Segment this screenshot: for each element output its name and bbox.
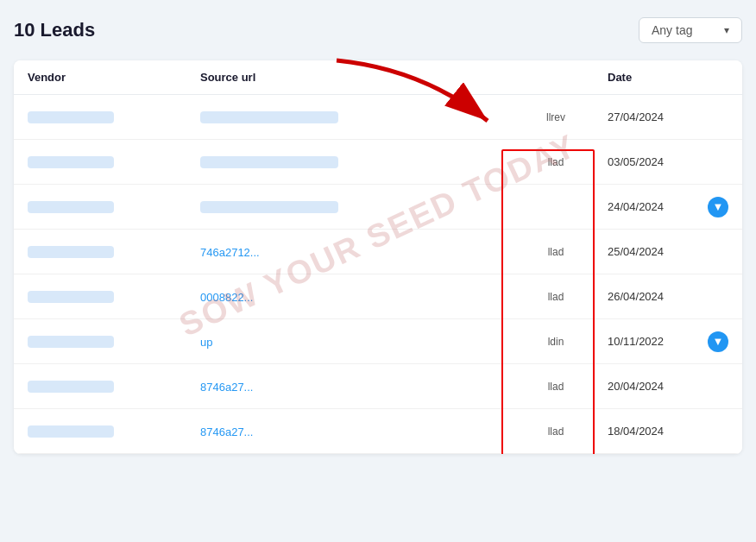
date-cell: 26/04/2024 <box>608 290 694 303</box>
date-cell: 10/11/2022 <box>608 335 694 348</box>
vendor-cell <box>28 201 200 213</box>
col-tag <box>504 71 608 84</box>
date-cell: 24/04/2024 <box>608 200 694 213</box>
url-cell[interactable]: 8746a27... <box>200 424 504 439</box>
expand-button[interactable]: ▼ <box>708 331 728 352</box>
url-cell[interactable]: 8746a27... <box>200 379 504 394</box>
vendor-cell <box>28 381 200 393</box>
source-url-link[interactable]: 0008822... <box>200 291 253 304</box>
date-cell: 03/05/2024 <box>608 155 694 168</box>
url-cell[interactable]: up <box>200 334 504 350</box>
col-actions <box>694 71 728 84</box>
url-cell <box>200 156 504 168</box>
tag-badge: llad <box>504 381 608 393</box>
vendor-cell <box>28 291 200 303</box>
action-cell[interactable]: ▼ <box>694 197 728 217</box>
table-header: Vendor Source url Date <box>14 60 742 95</box>
vendor-blurred <box>28 291 114 303</box>
url-cell[interactable]: 0008822... <box>200 289 504 305</box>
vendor-blurred <box>28 425 114 438</box>
table-row: 24/04/2024 ▼ <box>14 185 742 230</box>
table-row: llrev 27/04/2024 <box>14 95 742 140</box>
vendor-cell <box>28 336 200 348</box>
tag-badge: llad <box>504 291 608 303</box>
date-cell: 20/04/2024 <box>608 380 694 393</box>
vendor-blurred <box>28 156 114 168</box>
tag-badge: ldin <box>504 336 608 348</box>
page-wrapper: 10 Leads Any tag ▾ Vendor Source url Dat… <box>0 0 756 471</box>
col-date: Date <box>608 71 694 84</box>
expand-button[interactable]: ▼ <box>708 197 728 217</box>
url-cell[interactable]: 746a2712... <box>200 244 504 260</box>
tag-dropdown[interactable]: Any tag ▾ <box>639 17 742 43</box>
col-source-url: Source url <box>200 71 504 84</box>
source-url-link[interactable]: 8746a27... <box>200 381 253 394</box>
vendor-cell <box>28 246 200 258</box>
table-row: 746a2712... llad 25/04/2024 <box>14 230 742 274</box>
tag-badge: llad <box>504 425 608 438</box>
date-cell: 18/04/2024 <box>608 425 694 438</box>
url-blurred <box>200 156 338 168</box>
source-url-link[interactable]: 746a2712... <box>200 246 260 259</box>
vendor-blurred <box>28 201 114 213</box>
tag-badge: llad <box>504 246 608 258</box>
source-url-link[interactable]: up <box>200 336 212 349</box>
source-url-link[interactable]: 8746a27... <box>200 425 253 438</box>
vendor-blurred <box>28 381 114 393</box>
url-blurred <box>200 111 338 123</box>
vendor-blurred <box>28 246 114 258</box>
date-cell: 27/04/2024 <box>608 110 694 123</box>
table-row: 8746a27... llad 20/04/2024 <box>14 364 742 409</box>
col-vendor: Vendor <box>28 71 200 84</box>
date-cell: 25/04/2024 <box>608 245 694 258</box>
action-cell[interactable]: ▼ <box>694 331 728 352</box>
url-blurred <box>200 201 338 213</box>
table-row: 0008822... llad 26/04/2024 <box>14 274 742 319</box>
tag-badge: llad <box>504 156 608 168</box>
tag-dropdown-label: Any tag <box>652 23 692 37</box>
url-cell <box>200 111 504 123</box>
tag-badge: llrev <box>504 111 608 123</box>
vendor-blurred <box>28 336 114 348</box>
leads-table: Vendor Source url Date llrev 27/04/2024 … <box>14 60 742 454</box>
header-row: 10 Leads Any tag ▾ <box>14 17 742 43</box>
vendor-cell <box>28 156 200 168</box>
vendor-cell <box>28 111 200 123</box>
table-row: 8746a27... llad 18/04/2024 <box>14 409 742 454</box>
vendor-blurred <box>28 111 114 123</box>
vendor-cell <box>28 425 200 438</box>
table-row: up ldin 10/11/2022 ▼ <box>14 319 742 364</box>
table-row: llad 03/05/2024 <box>14 140 742 185</box>
url-cell <box>200 201 504 213</box>
page-title: 10 Leads <box>14 19 95 41</box>
chevron-down-icon: ▾ <box>724 24 729 36</box>
